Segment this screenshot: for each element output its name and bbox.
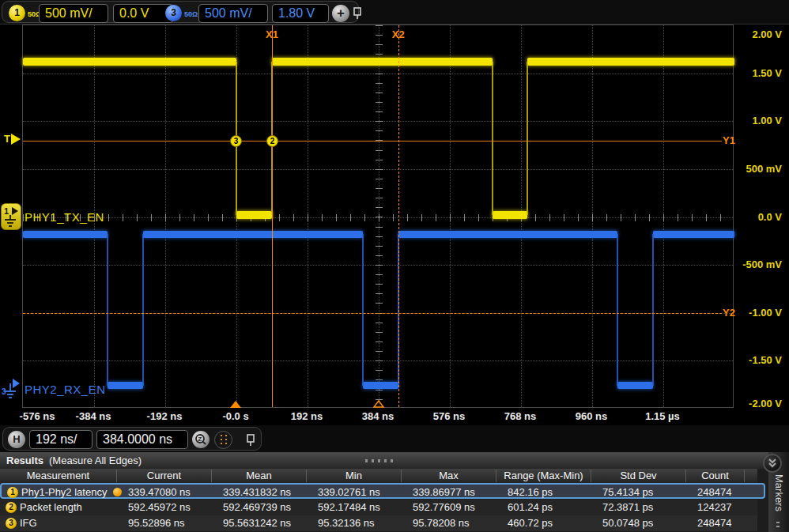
cursor-x1-label: X1: [266, 28, 278, 40]
measurement-value: 50.0748 ps: [602, 517, 653, 529]
cursors-button[interactable]: [214, 431, 232, 449]
waveform-trace-edge: [527, 62, 528, 215]
waveform-trace-segment: [527, 58, 734, 66]
channel-1-ground-marker[interactable]: 1: [1, 203, 21, 230]
table-row[interactable]: 2Packet length592.45972 ns592.469739 ns5…: [0, 500, 757, 515]
measurement-value: 95.5631242 ns: [223, 517, 291, 529]
voltage-axis-label: -1.50 V: [727, 354, 782, 366]
svg-text:1: 1: [4, 206, 9, 216]
channel-1-trace-label: PHY1_TX_EN: [25, 210, 104, 224]
waveform-trace-segment: [108, 382, 143, 389]
measurement-value: 460.72 ps: [508, 517, 553, 529]
waveform-trace-segment: [23, 231, 108, 238]
measurement-value: 124237: [697, 501, 731, 513]
time-axis-label: 384 ns: [362, 410, 394, 422]
column-header[interactable]: Mean: [212, 470, 307, 482]
waveform-trace-segment: [493, 211, 527, 219]
measurement-value: 339.02761 ns: [318, 486, 380, 498]
voltage-axis-label: -500 mV: [727, 258, 782, 270]
waveform-trace-segment: [236, 211, 272, 219]
waveform-trace-segment: [363, 382, 398, 389]
voltage-axis-label: -2.00 V: [727, 398, 782, 409]
measurement-edge-marker[interactable]: 2: [266, 135, 278, 147]
column-header[interactable]: Max: [402, 470, 496, 482]
time-per-div-field[interactable]: 192 ns/: [29, 430, 92, 449]
cursor-x1-line[interactable]: [272, 25, 273, 407]
channel-1-scale-field[interactable]: 500 mV/: [39, 4, 108, 23]
waveform-trace-edge: [142, 234, 144, 386]
measurement-number-badge: 2: [6, 502, 17, 513]
table-row[interactable]: 1Phy1-Phy2 latency339.47080 ns339.431832…: [0, 483, 765, 499]
time-reference-marker[interactable]: [373, 400, 384, 408]
center-axis-ticks: [376, 25, 383, 407]
horizontal-group: H 192 ns/ 384.0000 ns Z: [2, 427, 262, 451]
waveform-trace-segment: [23, 58, 236, 66]
tab-markers[interactable]: Markers: [773, 474, 785, 511]
expand-panel-button[interactable]: [763, 454, 782, 473]
channel-3-impedance: 50Ω: [184, 10, 198, 18]
measurement-number-badge: 3: [6, 518, 17, 529]
horizontal-bar: H 192 ns/ 384.0000 ns Z: [0, 425, 789, 452]
channel-3-trace-label: PHY2_RX_EN: [25, 383, 106, 396]
measurement-value: 592.469739 ns: [223, 501, 291, 513]
channel-3-offset-field[interactable]: 1.80 V: [272, 4, 329, 23]
column-header[interactable]: Current: [117, 470, 212, 482]
column-header[interactable]: Range (Max-Min): [496, 470, 591, 482]
trigger-level-marker[interactable]: T: [4, 133, 21, 145]
voltage-axis-label: 1.00 V: [727, 115, 782, 126]
measurement-value: 95.32136 ns: [318, 517, 375, 529]
waveform-trace-segment: [272, 58, 493, 66]
cursor-y2-line[interactable]: [23, 313, 722, 314]
add-channel-button[interactable]: +: [332, 5, 349, 22]
measurement-edge-marker[interactable]: 3: [230, 135, 242, 147]
delay-field[interactable]: 384.0000 ns: [96, 430, 188, 449]
measurement-value: 248474: [697, 486, 731, 498]
measurement-value: 339.86977 ns: [413, 486, 475, 498]
horizontal-button[interactable]: H: [8, 431, 25, 448]
measurement-value: 601.24 ps: [508, 501, 553, 513]
measurement-value: 842.16 ps: [508, 486, 553, 498]
channel-3-scale-field[interactable]: 500 mV/: [198, 4, 268, 23]
measurement-value: 339.47080 ns: [128, 486, 191, 498]
waveform-trace-segment: [143, 231, 363, 238]
table-row[interactable]: 3IFG95.52896 ns95.5631242 ns95.32136 ns9…: [0, 515, 757, 531]
channel-3-badge[interactable]: 3: [165, 5, 182, 21]
measurement-name: IFG: [20, 517, 37, 529]
column-header[interactable]: Measurement: [0, 470, 117, 482]
drag-handle[interactable]: [365, 459, 397, 462]
waveform-trace-segment: [653, 231, 734, 238]
trigger-time-marker[interactable]: [230, 401, 241, 408]
channel-1-badge[interactable]: 1: [9, 5, 25, 21]
time-axis-label: 192 ns: [291, 410, 323, 422]
pin-icon[interactable]: [246, 434, 255, 447]
pin-icon[interactable]: [353, 7, 362, 20]
measurement-value: 592.45972 ns: [128, 501, 191, 513]
channel-toolbar-group: 1 50Ω 500 mV/ 0.0 V 3 50Ω 500 mV/ 1.80 V…: [2, 1, 359, 23]
column-header[interactable]: Std Dev: [591, 470, 686, 482]
column-header[interactable]: Count: [686, 470, 745, 482]
cursor-x2-line[interactable]: [398, 25, 399, 407]
measurement-value: 592.77609 ns: [413, 501, 475, 513]
measurement-number-badge: 1: [7, 487, 18, 498]
results-table-header: MeasurementCurrentMeanMinMaxRange (Max-M…: [0, 469, 757, 483]
results-title: Results: [6, 455, 43, 466]
voltage-axis-label: 2.00 V: [727, 28, 782, 40]
channel-3-ground-marker[interactable]: 3: [1, 377, 21, 401]
time-axis-label: 768 ns: [504, 410, 536, 422]
measurement-name: Phy1-Phy2 latency: [21, 486, 122, 498]
column-header[interactable]: Min: [307, 470, 402, 482]
channel-1-offset-field[interactable]: 0.0 V: [113, 4, 173, 23]
cursor-y1-line[interactable]: [23, 141, 722, 141]
channel-toolbar: 1 50Ω 500 mV/ 0.0 V 3 50Ω 500 mV/ 1.80 V…: [0, 0, 789, 25]
waveform-trace-segment: [617, 382, 653, 389]
zoom-button[interactable]: Z: [192, 431, 210, 448]
waveform-trace-edge: [617, 234, 618, 386]
voltage-axis-label: 500 mV: [727, 163, 782, 175]
measurement-name: Packet length: [20, 501, 82, 513]
time-axis-label: 1.15 µs: [645, 410, 680, 422]
time-axis-label: -576 ns: [20, 410, 55, 422]
markers-ellipsis: [776, 522, 780, 530]
results-header-bar: Results (Measure All Edges): [0, 452, 768, 469]
cursor-y1-label: Y1: [723, 134, 735, 146]
measurement-value: 95.52896 ns: [128, 517, 185, 529]
